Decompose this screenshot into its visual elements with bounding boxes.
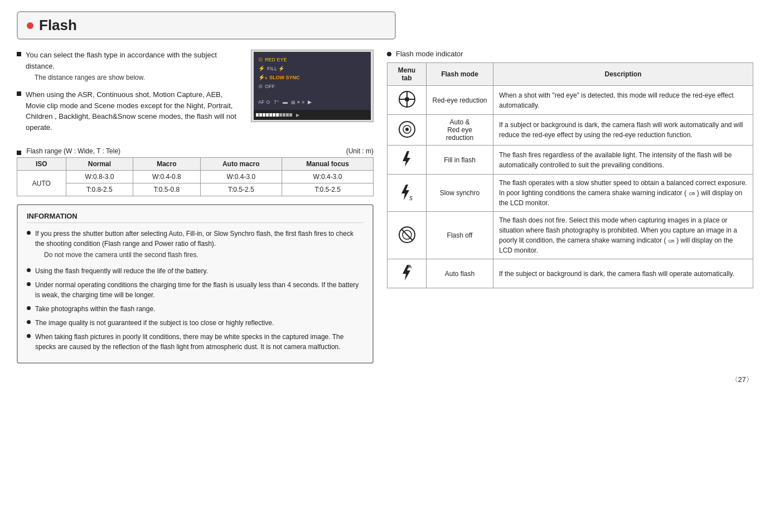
info-item-3: Take photographs within the flash range.: [27, 304, 364, 314]
info-title: INFORMATION: [27, 212, 364, 223]
desc-slow: The flash operates with a slow shutter s…: [493, 175, 753, 212]
icon-auto-redeye: [388, 115, 427, 146]
info-item-5: When taking flash pictures in poorly lit…: [27, 332, 364, 352]
menu-item-slowsync: ⚡ₛ SLOW SYNC: [258, 73, 366, 82]
flash-off-icon: [397, 225, 417, 245]
auto-macro-w: W:0.4-0.8: [133, 171, 200, 183]
bullet-text-1: You can select the flash type in accorda…: [26, 50, 242, 85]
camera-image: ⊙ RED EYE ⚡ FILL ⚡ ⚡ₛ SLOW SYNC ⊘: [251, 50, 374, 122]
svg-text:s: s: [409, 194, 413, 202]
icon-auto: A: [388, 259, 427, 288]
icon-redeye: [388, 86, 427, 115]
info-dot-3: [27, 306, 31, 310]
right-column: Flash mode indicator Menu tab Flash mode…: [387, 50, 753, 288]
info-item-2: Under normal operating conditions the ch…: [27, 280, 364, 300]
mode-slow: Slow synchro: [427, 175, 493, 212]
icon-fill: [388, 146, 427, 175]
desc-off: The flash does not fire. Select this mod…: [493, 212, 753, 259]
flash-mode-table: Menu tab Flash mode Description: [387, 62, 753, 288]
svg-marker-10: [401, 185, 409, 200]
info-text-5: When taking flash pictures in poorly lit…: [35, 332, 364, 352]
mode-off: Flash off: [427, 212, 493, 259]
th-menu-tab: Menu tab: [388, 63, 427, 86]
menu-item-redeye: ⊙ RED EYE: [258, 55, 366, 64]
flash-range-section: Flash range (W : Wide, T : Tele) (Unit :…: [17, 147, 374, 196]
main-layout: ⊙ RED EYE ⚡ FILL ⚡ ⚡ₛ SLOW SYNC ⊘: [17, 50, 753, 364]
slow-sync-icon: s: [397, 182, 417, 202]
bullet-text-2: When using the ASR, Continuous shot, Mot…: [26, 89, 242, 133]
bullet-item-1: You can select the flash type in accorda…: [17, 50, 242, 85]
flash-mode-header: Flash mode indicator: [387, 50, 753, 58]
flash-row-fill: Fill in flash The flash fires regardless…: [388, 146, 753, 175]
flash-range-table: ISO Normal Macro Auto macro Manual focus…: [17, 157, 374, 196]
bullet-item-2: When using the ASR, Continuous shot, Mot…: [17, 89, 242, 133]
mode-fill: Fill in flash: [427, 146, 493, 175]
info-box: INFORMATION If you press the shutter but…: [17, 204, 374, 364]
mode-auto: Auto flash: [427, 259, 493, 288]
svg-line-14: [401, 229, 413, 240]
flash-mode-label: Flash mode indicator: [396, 50, 463, 58]
desc-auto: If the subject or background is dark, th…: [493, 259, 753, 288]
icon-slow: s: [388, 175, 427, 212]
th-flash-mode: Flash mode: [427, 63, 493, 86]
camera-screen: ⊙ RED EYE ⚡ FILL ⚡ ⚡ₛ SLOW SYNC ⊘: [254, 52, 371, 120]
bullet-square-2: [17, 91, 21, 96]
col-auto-macro: Auto macro: [200, 158, 282, 171]
menu-item-fill: ⚡ FILL ⚡: [258, 64, 366, 73]
iso-label: AUTO: [17, 171, 66, 196]
table-unit: (Unit : m): [346, 147, 374, 155]
table-header-row: Flash range (W : Wide, T : Tele) (Unit :…: [17, 147, 374, 155]
svg-marker-9: [403, 151, 410, 167]
title-dot: [27, 22, 33, 29]
table-header-label: Flash range (W : Wide, T : Tele): [26, 147, 120, 155]
svg-text:A: A: [408, 264, 412, 269]
desc-fill: The flash fires regardless of the availa…: [493, 146, 753, 175]
info-text-4: The image quality is not guaranteed if t…: [35, 318, 274, 328]
auto-automacro-w: W:0.4-3.0: [200, 171, 282, 183]
table-row-auto-w: AUTO W:0.8-3.0 W:0.4-0.8 W:0.4-3.0 W:0.4…: [17, 171, 374, 183]
mode-redeye: Red-eye reduction: [427, 86, 493, 115]
bullet-square-1: [17, 52, 21, 56]
flash-row-auto-redeye: Auto & Red eye reduction If a subject or…: [388, 115, 753, 146]
auto-macro-t: T:0.5-0.8: [133, 183, 200, 196]
table-row-auto-t: T:0.8-2.5 T:0.5-0.8 T:0.5-2.5 T:0.5-2.5: [17, 183, 374, 196]
info-text-3: Take photographs within the flash range.: [35, 304, 155, 314]
camera-menu: ⊙ RED EYE ⚡ FILL ⚡ ⚡ₛ SLOW SYNC ⊘: [254, 52, 371, 94]
flash-row-off: Flash off The flash does not fire. Selec…: [388, 212, 753, 259]
info-item-0: If you press the shutter button after se…: [27, 229, 364, 262]
auto-flash-icon: A: [397, 263, 417, 283]
info-dot-2: [27, 282, 31, 286]
info-item-1: Using the flash frequently will reduce t…: [27, 266, 364, 276]
flash-row-auto: A Auto flash If the subject or backgroun…: [388, 259, 753, 288]
flash-row-slow: s Slow synchro The flash operates with a…: [388, 175, 753, 212]
col-manual-focus: Manual focus: [282, 158, 374, 171]
info-dot-4: [27, 320, 31, 324]
auto-manual-t: T:0.5-2.5: [282, 183, 374, 196]
desc-auto-redeye: If a subject or background is dark, the …: [493, 115, 753, 146]
info-text-0: If you press the shutter button after se…: [35, 229, 364, 262]
auto-normal-t: T:0.8-2.5: [66, 183, 133, 196]
info-item-4: The image quality is not guaranteed if t…: [27, 318, 364, 328]
menu-item-off: ⊘ OFF: [258, 82, 366, 91]
col-normal: Normal: [66, 158, 133, 171]
info-dot-5: [27, 334, 31, 338]
auto-normal-w: W:0.8-3.0: [66, 171, 133, 183]
fill-flash-icon: [397, 149, 417, 169]
table-label: Flash range (W : Wide, T : Tele): [17, 147, 120, 155]
th-description: Description: [493, 63, 753, 86]
redeye-icon: [397, 89, 417, 109]
col-iso: ISO: [17, 158, 66, 171]
flash-mode-dot: [387, 52, 391, 56]
info-dot-0: [27, 231, 31, 235]
camera-bottom-bar: ▶: [254, 110, 371, 120]
intro-section: ⊙ RED EYE ⚡ FILL ⚡ ⚡ₛ SLOW SYNC ⊘: [17, 50, 374, 141]
icon-off: [388, 212, 427, 259]
flash-row-redeye: Red-eye reduction When a shot with "red …: [388, 86, 753, 115]
title-bar: Flash: [17, 11, 396, 40]
auto-automacro-t: T:0.5-2.5: [200, 183, 282, 196]
left-column: ⊙ RED EYE ⚡ FILL ⚡ ⚡ₛ SLOW SYNC ⊘: [17, 50, 374, 364]
page-number: 〈27〉: [17, 375, 753, 385]
auto-redeye-icon: [397, 119, 417, 139]
svg-point-8: [405, 128, 409, 131]
col-macro: Macro: [133, 158, 200, 171]
